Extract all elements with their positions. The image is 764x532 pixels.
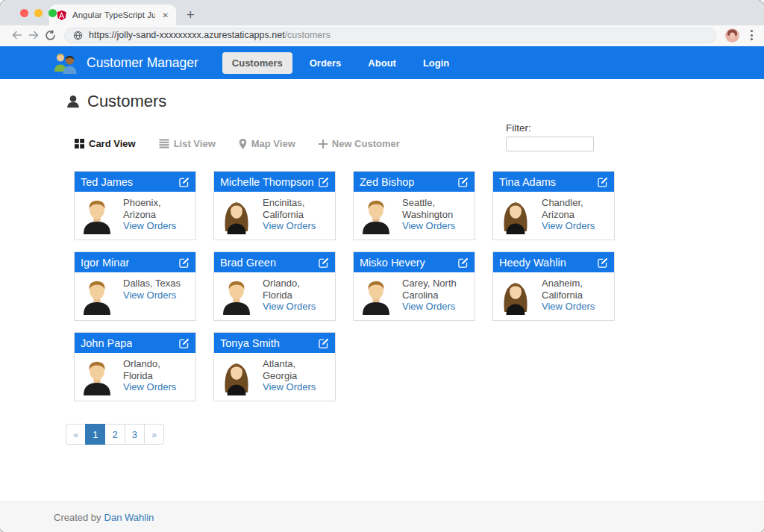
page-header: Customers	[66, 92, 698, 111]
edit-customer-button[interactable]	[454, 257, 469, 268]
customer-avatar	[360, 278, 392, 315]
customer-location: Dallas, Texas	[123, 278, 191, 290]
edit-customer-button[interactable]	[315, 257, 329, 268]
edit-icon	[319, 257, 329, 268]
view-orders-link[interactable]: View Orders	[123, 381, 176, 393]
map-view-icon	[239, 139, 247, 149]
view-buttons: Card ViewList ViewMap ViewNew Customer	[75, 138, 400, 151]
app-navbar: Customer Manager CustomersOrdersAboutLog…	[0, 46, 764, 79]
view-orders-link[interactable]: View Orders	[263, 381, 316, 393]
browser-menu-icon[interactable]	[747, 28, 757, 43]
customer-location: Carey, North Carolina	[402, 278, 470, 301]
customer-card-misko-hevery: Misko Hevery C	[353, 251, 475, 321]
footer-text: Created by	[54, 512, 101, 523]
customer-location: Atlanta, Georgia	[263, 358, 331, 381]
back-button[interactable]	[9, 27, 25, 43]
customer-name: Igor Minar	[81, 257, 129, 269]
edit-icon	[179, 177, 190, 187]
customer-avatar	[81, 278, 113, 315]
filter-input[interactable]	[506, 137, 594, 151]
navbar-menu: CustomersOrdersAboutLogin	[222, 52, 460, 74]
edit-customer-button[interactable]	[175, 257, 190, 268]
view-button-list-view[interactable]: List View	[159, 138, 216, 149]
navbar-item-about[interactable]: About	[358, 52, 406, 74]
customer-card-michelle-thompson: Michelle Thompson	[213, 171, 336, 240]
customer-avatar	[499, 197, 532, 234]
edit-customer-button[interactable]	[175, 338, 190, 348]
view-button-new-customer[interactable]: New Customer	[319, 138, 400, 149]
view-button-card-view[interactable]: Card View	[75, 138, 136, 149]
edit-customer-button[interactable]	[454, 177, 469, 187]
profile-avatar[interactable]	[725, 28, 739, 43]
view-orders-link[interactable]: View Orders	[263, 220, 316, 232]
view-orders-link[interactable]: View Orders	[263, 301, 316, 313]
zoom-window-button[interactable]	[48, 9, 57, 17]
navbar-item-login[interactable]: Login	[413, 52, 459, 74]
edit-icon	[179, 257, 190, 268]
edit-customer-button[interactable]	[315, 177, 329, 187]
customer-location: Chandler, Arizona	[542, 197, 610, 220]
address-bar[interactable]: https://jolly-sand-xxxxxxxxx.azurestatic…	[64, 28, 716, 43]
navbar-item-orders[interactable]: Orders	[300, 52, 351, 74]
edit-icon	[598, 257, 608, 268]
window-controls	[20, 9, 57, 17]
customer-name: Heedy Wahlin	[499, 257, 566, 269]
customer-name: Michelle Thompson	[220, 176, 313, 188]
pagination-page-1[interactable]: 1	[85, 424, 105, 445]
url-text: https://jolly-sand-xxxxxxxxx.azurestatic…	[89, 30, 331, 40]
tab-close-icon[interactable]: ✕	[160, 10, 171, 21]
reload-button[interactable]	[42, 27, 58, 43]
plus-icon	[319, 140, 328, 148]
site-info-globe-icon	[73, 31, 83, 40]
view-orders-link[interactable]: View Orders	[402, 301, 455, 313]
page-title: Customers	[87, 92, 166, 111]
edit-customer-button[interactable]	[175, 177, 190, 187]
customer-avatar	[81, 197, 113, 234]
customer-location: Orlando, Florida	[263, 278, 331, 301]
navbar-item-customers[interactable]: Customers	[222, 52, 292, 74]
view-toolbar: Card ViewList ViewMap ViewNew Customer F…	[66, 122, 698, 151]
view-orders-link[interactable]: View Orders	[542, 220, 595, 232]
page-footer: Created by Dan Wahlin	[0, 501, 764, 532]
browser-tab[interactable]: Angular TypeScript JumpStart ✕	[49, 4, 176, 25]
customer-card-ted-james: Ted James Phoe	[74, 171, 196, 240]
brand[interactable]: Customer Manager	[52, 51, 198, 74]
customer-card-brad-green: Brad Green Orl	[213, 251, 336, 321]
forward-button[interactable]	[25, 27, 42, 43]
brand-title: Customer Manager	[87, 55, 198, 71]
customer-location: Phoenix, Arizona	[123, 197, 191, 220]
close-window-button[interactable]	[20, 9, 28, 17]
pagination-page-2[interactable]: 2	[104, 424, 125, 445]
customer-avatar	[360, 197, 392, 234]
minimize-window-button[interactable]	[34, 9, 43, 17]
url-domain: https://jolly-sand-xxxxxxxxx.azurestatic…	[89, 30, 285, 40]
view-orders-link[interactable]: View Orders	[123, 220, 176, 232]
pagination-prev-button[interactable]: «	[66, 424, 86, 445]
view-orders-link[interactable]: View Orders	[402, 220, 455, 232]
customer-name: Ted James	[81, 176, 133, 188]
customer-card-tina-adams: Tina Adams Cha	[492, 171, 615, 240]
view-button-map-view[interactable]: Map View	[239, 138, 295, 149]
edit-customer-button[interactable]	[594, 177, 608, 187]
view-orders-link[interactable]: View Orders	[123, 290, 176, 301]
card-view-icon	[75, 139, 84, 148]
brand-logo-icon	[52, 51, 79, 74]
customer-avatar	[220, 278, 253, 315]
customer-avatar	[220, 197, 253, 234]
footer-author-link[interactable]: Dan Wahlin	[104, 512, 154, 523]
new-tab-button[interactable]: +	[187, 8, 195, 22]
view-orders-link[interactable]: View Orders	[542, 301, 595, 313]
browser-window: Angular TypeScript JumpStart ✕ + https:/…	[0, 0, 764, 532]
customer-avatar	[81, 358, 113, 395]
customer-name: John Papa	[81, 337, 132, 349]
filter-group: Filter:	[506, 122, 594, 151]
customer-avatar	[220, 358, 253, 395]
edit-customer-button[interactable]	[594, 257, 608, 268]
edit-icon	[458, 177, 469, 187]
edit-icon	[458, 257, 469, 268]
customer-avatar	[499, 278, 532, 315]
pagination-next-button[interactable]: »	[144, 424, 164, 445]
customer-card-zed-bishop: Zed Bishop Sea	[353, 171, 475, 240]
pagination-page-3[interactable]: 3	[125, 424, 145, 445]
edit-customer-button[interactable]	[315, 338, 329, 348]
